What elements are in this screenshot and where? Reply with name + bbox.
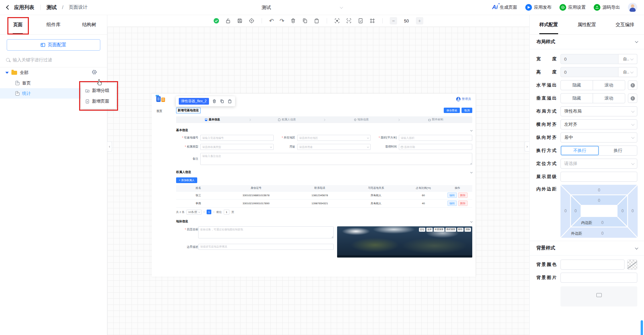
preview-nav-home[interactable]: 首页	[156, 109, 162, 113]
step-basic-info[interactable]: 基本信息	[176, 118, 249, 122]
section-basic-info[interactable]: 基本信息	[176, 126, 472, 134]
padding-top-value[interactable]: 0	[598, 198, 600, 203]
background-style-section-header[interactable]: 背景样式	[530, 241, 644, 256]
region-select[interactable]: 请选择所在地区	[297, 135, 371, 141]
tab-style-config[interactable]: 样式配置	[530, 15, 568, 34]
bg-color-input[interactable]	[560, 260, 625, 270]
artboard-icon[interactable]	[369, 18, 375, 24]
boundary-input[interactable]: 请描述宅基地边界情况	[198, 244, 334, 250]
map-clear-button[interactable]: 清除	[465, 228, 471, 232]
height-unit-select[interactable]: 自..	[619, 67, 637, 77]
map-measure-area-button[interactable]: 面积测量	[445, 228, 456, 232]
widget-copy-icon[interactable]	[220, 99, 224, 104]
margin-top-value[interactable]: 0	[598, 188, 600, 192]
save-draft-button[interactable]: 保存草稿	[444, 108, 460, 113]
prev-page-button[interactable]: ‹	[204, 210, 205, 214]
goto-page-input[interactable]: 1	[224, 210, 229, 215]
cancel-button[interactable]: 取消	[462, 108, 472, 113]
source-export-button[interactable]: 源码导出	[594, 4, 620, 11]
coords-textarea[interactable]: 坐标点集，可通过右侧地图绘制获取	[198, 226, 334, 238]
tree-gear-icon[interactable]	[92, 69, 97, 76]
breadcrumb-app[interactable]: 测试	[47, 4, 57, 11]
margin-left-value[interactable]: 0	[565, 209, 567, 213]
page-config-button[interactable]: 页面配置	[7, 39, 100, 51]
page-preview[interactable]: 弹性容器_flex_2 管理员 首页 新增宅基地信息	[152, 94, 476, 277]
no-wrap-button[interactable]: 不换行	[561, 146, 599, 155]
v-align-select[interactable]: 居中	[560, 132, 637, 143]
widget-paste-icon[interactable]	[227, 99, 232, 104]
bg-image-input[interactable]	[560, 273, 637, 283]
collapse-icon[interactable]	[470, 220, 473, 223]
width-unit-select[interactable]: 自..	[619, 54, 637, 64]
tab-components[interactable]: 组件库	[36, 15, 71, 34]
position-select[interactable]: 请选择	[560, 159, 637, 169]
tree-root-all[interactable]: 全部	[0, 67, 107, 78]
page-size-select[interactable]: 10条/页	[186, 210, 202, 215]
image-upload-area[interactable]	[560, 286, 637, 306]
delete-button[interactable]: 删除	[458, 201, 468, 206]
color-swatch-button[interactable]	[627, 260, 637, 270]
current-page-button[interactable]: 1	[207, 210, 211, 214]
padding-bottom-value[interactable]: 0	[601, 220, 604, 225]
page-title-dropdown[interactable]: 测试	[262, 0, 342, 15]
collapse-icon[interactable]	[470, 171, 473, 173]
area-input[interactable]: 请输入面积	[399, 135, 472, 141]
wrap-button[interactable]: 换行	[599, 146, 637, 155]
margin-bottom-value[interactable]: 0	[601, 231, 604, 236]
app-publish-button[interactable]: 应用发布	[525, 4, 551, 11]
padding-right-value[interactable]: 0	[622, 209, 624, 213]
widget-delete-icon[interactable]	[212, 99, 217, 104]
homestead-code-input[interactable]: 请输入宅基地编号	[200, 135, 274, 141]
h-overflow-hidden-button[interactable]: 隐藏	[561, 80, 593, 90]
padding-left-value[interactable]: 0	[575, 209, 577, 213]
preview-form-title[interactable]: 新增宅基地信息	[176, 108, 201, 113]
preview-frame-icon[interactable]	[334, 18, 340, 24]
right-type-select[interactable]: 请选择权属类型	[200, 144, 274, 150]
menu-add-page[interactable]: 新增页面	[81, 96, 116, 107]
preview-user[interactable]: 管理员	[456, 97, 471, 101]
section-right-holder[interactable]: 权属人信息	[176, 168, 472, 176]
tab-props-config[interactable]: 属性配置	[568, 15, 606, 34]
app-settings-button[interactable]: 应用设置	[559, 4, 586, 11]
acquire-date-picker[interactable]: 选择日期	[399, 144, 472, 150]
layout-mode-select[interactable]: 弹性布局	[560, 106, 637, 116]
back-icon[interactable]	[6, 5, 11, 10]
z-index-input[interactable]	[560, 172, 637, 182]
collapse-icon[interactable]	[470, 129, 473, 131]
redo-icon[interactable]: ↷	[280, 18, 284, 24]
h-align-select[interactable]: 左对齐	[560, 119, 637, 129]
collapse-left-panel-button[interactable]: ‹	[107, 142, 112, 152]
tab-structure-tree[interactable]: 结构树	[71, 15, 107, 34]
edit-button[interactable]: 编辑	[447, 192, 457, 198]
step-attachments[interactable]: 附件材料	[399, 118, 472, 122]
panel-scrollbar-thumb[interactable]	[641, 320, 643, 335]
collapse-right-panel-button[interactable]: ›	[525, 142, 529, 152]
next-page-button[interactable]: ›	[213, 210, 214, 214]
add-right-holder-button[interactable]: + 添加权属人	[176, 177, 197, 183]
zoom-in-button[interactable]: +	[416, 17, 423, 24]
map-locate-button[interactable]: 定位	[419, 228, 425, 232]
page-check-icon[interactable]	[358, 18, 364, 24]
user-avatar[interactable]	[628, 3, 637, 12]
edit-button[interactable]: 编辑	[447, 201, 457, 206]
margin-right-value[interactable]: 0	[632, 209, 634, 213]
tab-interaction[interactable]: 交互编排	[606, 15, 644, 34]
v-overflow-scroll-button[interactable]: 滚动	[593, 94, 625, 103]
undo-icon[interactable]: ↶	[269, 18, 274, 24]
v-overflow-hidden-button[interactable]: 隐藏	[561, 94, 593, 103]
search-input[interactable]	[13, 57, 101, 62]
usage-select[interactable]: 请选择用途	[297, 144, 371, 150]
step-parcel-info[interactable]: 地块信息	[325, 118, 398, 122]
section-parcel-info[interactable]: 地块信息	[176, 218, 472, 226]
h-overflow-scroll-button[interactable]: 滚动	[593, 80, 625, 90]
target-icon[interactable]	[249, 18, 255, 24]
remark-textarea[interactable]: 请输入备注信息	[200, 153, 472, 165]
generate-page-button[interactable]: Ai 生成页面	[492, 4, 517, 11]
copy-icon[interactable]	[302, 18, 308, 24]
save-icon[interactable]	[237, 18, 243, 24]
map-widget[interactable]: 定位 全屏 长度测量 面积测量 标绘 清除	[337, 226, 472, 258]
map-measure-length-button[interactable]: 长度测量	[434, 228, 444, 232]
box-model-widget[interactable]: 0 0 0 0 0 0 内边距 0 外边距 0	[560, 185, 638, 238]
layout-style-section-header[interactable]: 布局样式	[530, 35, 644, 49]
caret-down-icon[interactable]	[5, 72, 9, 74]
